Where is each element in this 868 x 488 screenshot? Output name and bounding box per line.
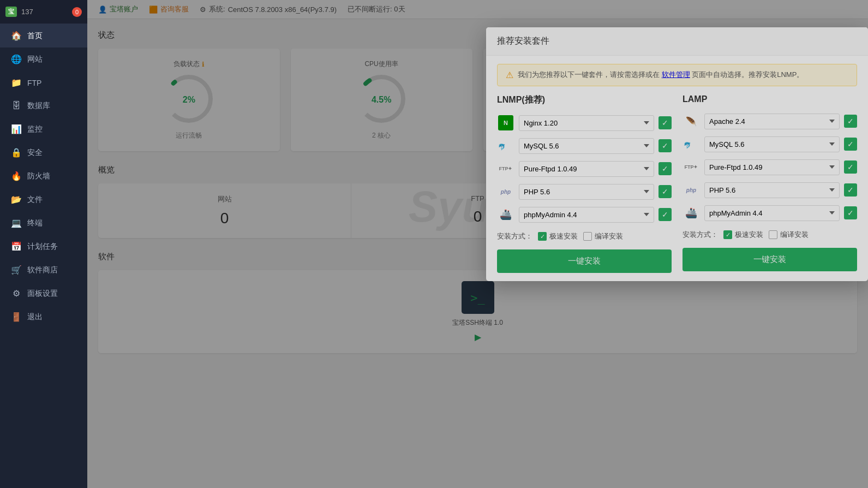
sidebar-item-home[interactable]: 🏠 首页 — [0, 24, 87, 47]
lnmp-php-icon: php — [497, 183, 514, 200]
sidebar-item-files[interactable]: 📂 文件 — [0, 188, 87, 211]
lnmp-fast-label: 极速安装 — [549, 231, 578, 241]
lamp-phpmyadmin-check[interactable]: ✓ — [844, 206, 857, 219]
lamp-ftp-row: FTP✦ Pure-Ftpd 1.0.49 Pure-Ftpd 1.0.47 ✓ — [683, 158, 857, 176]
apache-icon: 🪶 — [683, 112, 700, 130]
lamp-mysql-check[interactable]: ✓ — [844, 138, 857, 151]
lamp-col: LAMP 🪶 Apache 2.4 Apache 2.2 ✓ — [683, 94, 857, 273]
sidebar-item-terminal[interactable]: 💻 终端 — [0, 211, 87, 235]
firewall-icon: 🔥 — [11, 171, 22, 181]
warning-icon: ⚠ — [506, 70, 513, 80]
sidebar-item-ftp[interactable]: 📁 FTP — [0, 71, 87, 94]
lamp-mysql-row: 🐬 MySQL 5.6 MySQL 5.7 ✓ — [683, 135, 857, 153]
lnmp-php-select[interactable]: PHP 5.6 PHP 7.4 — [519, 184, 654, 200]
lnmp-phpmyadmin-icon: 🚢 — [497, 206, 514, 223]
lnmp-phpmyadmin-row: 🚢 phpMyAdmin 4.4 phpMyAdmin 5.0 ✓ — [497, 206, 672, 223]
lamp-fast-option[interactable]: ✓ 极速安装 — [723, 230, 763, 240]
lnmp-fast-checkbox[interactable]: ✓ — [538, 232, 547, 241]
lamp-phpmyadmin-row: 🚢 phpMyAdmin 4.4 phpMyAdmin 5.0 ✓ — [683, 204, 857, 222]
sidebar-item-database[interactable]: 🗄 数据库 — [0, 94, 87, 117]
lamp-ftp-select[interactable]: Pure-Ftpd 1.0.49 Pure-Ftpd 1.0.47 — [704, 159, 840, 175]
lamp-method-label: 安装方式： — [683, 230, 718, 240]
lamp-install-button[interactable]: 一键安装 — [683, 248, 857, 271]
lamp-compile-label: 编译安装 — [780, 230, 809, 240]
nav-label-logout: 退出 — [27, 312, 43, 322]
nginx-row: N Nginx 1.20 Nginx 1.18 ✓ — [497, 114, 672, 132]
lamp-php-check[interactable]: ✓ — [844, 183, 857, 197]
nav-label-ftp: FTP — [27, 79, 41, 87]
lnmp-mysql-check[interactable]: ✓ — [659, 139, 672, 152]
apache-check[interactable]: ✓ — [844, 115, 857, 128]
nav-label-shop: 软件商店 — [27, 265, 58, 275]
lamp-install-method: 安装方式： ✓ 极速安装 编译安装 — [683, 230, 857, 240]
sidebar-item-shop[interactable]: 🛒 软件商店 — [0, 258, 87, 282]
lamp-compile-option[interactable]: 编译安装 — [769, 230, 809, 240]
lnmp-ftp-check[interactable]: ✓ — [659, 162, 672, 175]
lamp-fast-label: 极速安装 — [735, 230, 763, 240]
lnmp-ftp-select[interactable]: Pure-Ftpd 1.0.49 Pure-Ftpd 1.0.47 — [519, 161, 654, 177]
website-icon: 🌐 — [11, 54, 22, 64]
lamp-title: LAMP — [683, 94, 857, 104]
sidebar-item-logout[interactable]: 🚪 退出 — [0, 305, 87, 329]
lnmp-phpmyadmin-select[interactable]: phpMyAdmin 4.4 phpMyAdmin 5.0 — [519, 207, 654, 223]
sidebar-item-panel[interactable]: ⚙ 面板设置 — [0, 282, 87, 305]
sidebar-item-firewall[interactable]: 🔥 防火墙 — [0, 164, 87, 188]
nginx-select[interactable]: Nginx 1.20 Nginx 1.18 — [519, 115, 654, 131]
lnmp-ftp-row: FTP✦ Pure-Ftpd 1.0.49 Pure-Ftpd 1.0.47 ✓ — [497, 160, 672, 177]
lnmp-php-row: php PHP 5.6 PHP 7.4 ✓ — [497, 183, 672, 200]
server-num: 137 — [21, 8, 33, 16]
lamp-php-select[interactable]: PHP 5.6 PHP 7.4 — [704, 182, 840, 198]
database-icon: 🗄 — [11, 101, 22, 111]
nginx-check[interactable]: ✓ — [659, 116, 672, 129]
lamp-ftp-check[interactable]: ✓ — [844, 160, 857, 174]
lnmp-ftp-icon: FTP✦ — [497, 160, 514, 177]
lnmp-mysql-icon: 🐬 — [497, 137, 514, 154]
lnmp-php-check[interactable]: ✓ — [659, 185, 672, 198]
sidebar-item-website[interactable]: 🌐 网站 — [0, 47, 87, 71]
lnmp-compile-checkbox[interactable] — [583, 232, 592, 241]
lnmp-col: LNMP(推荐) N Nginx 1.20 Nginx 1.18 ✓ — [497, 94, 672, 273]
sidebar-item-cron[interactable]: 📅 计划任务 — [0, 235, 87, 258]
nav-label-files: 文件 — [27, 195, 43, 205]
lnmp-install-button[interactable]: 一键安装 — [497, 249, 672, 273]
panel-icon: ⚙ — [11, 288, 22, 299]
lamp-fast-checkbox[interactable]: ✓ — [723, 230, 732, 239]
lamp-php-row: php PHP 5.6 PHP 7.4 ✓ — [683, 181, 857, 199]
lamp-mysql-icon: 🐬 — [683, 135, 700, 153]
nav-label-panel: 面板设置 — [27, 289, 58, 299]
logo: 宝 — [5, 7, 17, 17]
apache-select[interactable]: Apache 2.4 Apache 2.2 — [704, 114, 840, 129]
cron-icon: 📅 — [11, 241, 22, 252]
warning-banner: ⚠ 我们为您推荐以下一键套件，请按需选择或在 软件管理 页面中自动选择。推荐安装… — [497, 64, 857, 86]
apache-row: 🪶 Apache 2.4 Apache 2.2 ✓ — [683, 112, 857, 130]
lamp-compile-checkbox[interactable] — [769, 230, 777, 239]
main-content: 👤 宝塔账户 🟧 咨询客服 ⚙ 系统: CentOS 7.8.2003 x86_… — [87, 0, 868, 488]
lnmp-mysql-select[interactable]: MySQL 5.6 MySQL 5.7 — [519, 138, 654, 154]
modal-body: ⚠ 我们为您推荐以下一键套件，请按需选择或在 软件管理 页面中自动选择。推荐安装… — [486, 56, 868, 281]
lnmp-fast-option[interactable]: ✓ 极速安装 — [538, 231, 578, 241]
modal-overlay[interactable]: 推荐安装套件 ⚠ 我们为您推荐以下一键套件，请按需选择或在 软件管理 页面中自动… — [87, 0, 868, 488]
terminal-icon: 💻 — [11, 218, 22, 228]
nav-label-website: 网站 — [27, 55, 43, 64]
nav-label-monitor: 监控 — [27, 124, 43, 134]
files-icon: 📂 — [11, 194, 22, 205]
nav-label-database: 数据库 — [27, 101, 50, 111]
home-icon: 🏠 — [11, 31, 22, 41]
packages-row: LNMP(推荐) N Nginx 1.20 Nginx 1.18 ✓ — [497, 94, 857, 273]
lamp-php-icon: php — [683, 181, 700, 199]
sidebar-item-security[interactable]: 🔒 安全 — [0, 141, 87, 164]
sidebar-header: 宝 137 0 — [0, 0, 87, 24]
lnmp-compile-label: 编译安装 — [595, 231, 623, 241]
sidebar-item-monitor[interactable]: 📊 监控 — [0, 117, 87, 141]
lamp-phpmyadmin-select[interactable]: phpMyAdmin 4.4 phpMyAdmin 5.0 — [704, 205, 840, 221]
lamp-mysql-select[interactable]: MySQL 5.6 MySQL 5.7 — [704, 136, 840, 152]
svg-text:🐬: 🐬 — [684, 141, 691, 149]
notification-badge[interactable]: 0 — [72, 7, 82, 17]
modal-title: 推荐安装套件 — [486, 27, 868, 56]
lnmp-compile-option[interactable]: 编译安装 — [583, 231, 623, 241]
lamp-phpmyadmin-icon: 🚢 — [683, 204, 700, 222]
ftp-nav-icon: 📁 — [11, 78, 22, 88]
software-mgmt-link[interactable]: 软件管理 — [662, 70, 690, 79]
shop-icon: 🛒 — [11, 265, 22, 275]
lnmp-phpmyadmin-check[interactable]: ✓ — [659, 208, 672, 221]
